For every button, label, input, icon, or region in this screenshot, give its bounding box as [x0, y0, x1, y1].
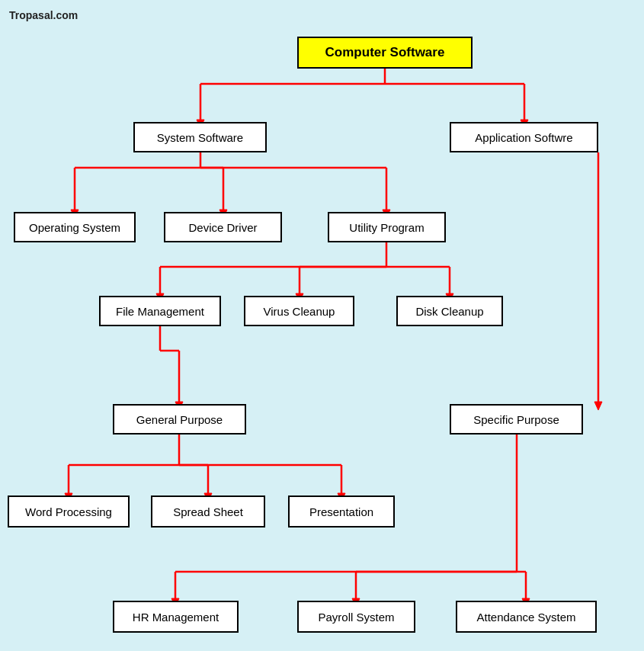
node-hr-management: HR Management — [113, 601, 239, 633]
node-file-management: File Management — [99, 296, 221, 326]
node-system-software: System Software — [133, 122, 267, 152]
node-payroll-system: Payroll System — [297, 601, 415, 633]
watermark: Tropasal.com — [9, 9, 78, 21]
node-root: Computer Software — [297, 37, 473, 69]
node-general-purpose: General Purpose — [113, 404, 246, 435]
node-device-driver: Device Driver — [164, 212, 282, 242]
node-presentation: Presentation — [288, 495, 395, 528]
node-application-software: Application Softwre — [450, 122, 598, 152]
node-specific-purpose: Specific Purpose — [450, 404, 583, 435]
node-spread-sheet: Spread Sheet — [151, 495, 265, 528]
node-disk-cleanup: Disk Cleanup — [396, 296, 503, 326]
node-attendance-system: Attendance System — [456, 601, 597, 633]
node-operating-system: Operating System — [14, 212, 136, 242]
svg-marker-32 — [594, 402, 602, 410]
node-virus-cleanup: Virus Cleanup — [244, 296, 354, 326]
node-utility-program: Utility Program — [328, 212, 446, 242]
node-word-processing: Word Processing — [8, 495, 130, 528]
